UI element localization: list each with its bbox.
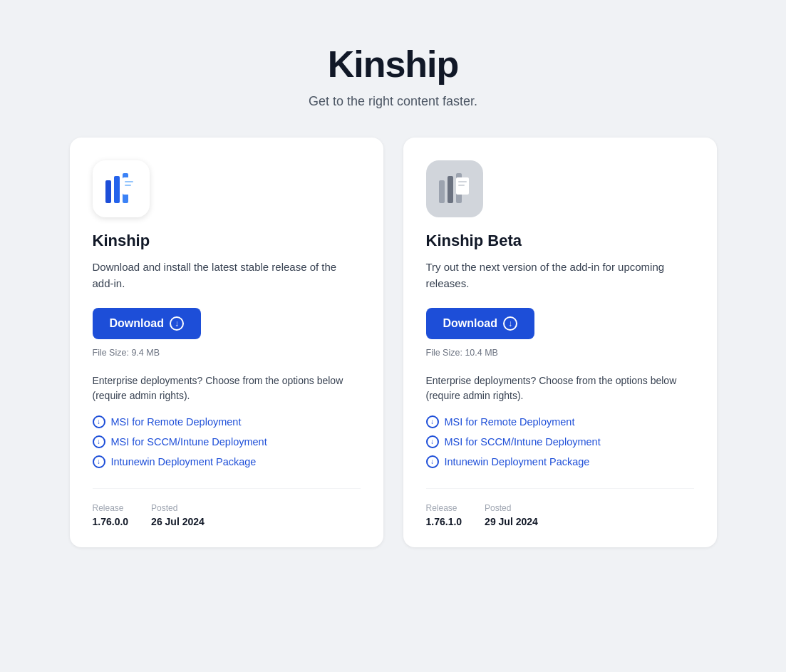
page-subtitle: Get to the right content faster. [309,94,477,109]
kinship-beta-release-label: Release [426,503,462,513]
kinship-beta-card: Kinship Beta Try out the next version of… [403,138,717,547]
svg-rect-7 [448,176,453,203]
svg-rect-6 [439,180,445,203]
page-title: Kinship [309,43,477,86]
kinship-beta-msi-sccm-label: MSI for SCCM/Intune Deployment [445,436,601,448]
kinship-stable-release-value: 1.76.0.0 [93,516,129,527]
circle-down-icon-6: ↓ [426,455,439,468]
kinship-beta-msi-remote-label: MSI for Remote Deployment [445,416,575,428]
kinship-beta-posted-label: Posted [485,503,538,513]
kinship-beta-msi-sccm-link[interactable]: ↓ MSI for SCCM/Intune Deployment [426,435,694,448]
kinship-stable-description: Download and install the latest stable r… [93,259,361,292]
circle-down-icon-5: ↓ [426,435,439,448]
kinship-stable-intunewin-link[interactable]: ↓ Intunewin Deployment Package [93,455,361,468]
svg-rect-10 [458,181,467,182]
kinship-stable-card: Kinship Download and install the latest … [70,138,383,547]
download-circle-icon-beta: ↓ [503,316,517,331]
kinship-stable-download-label: Download [110,317,164,330]
kinship-beta-posted-item: Posted 29 Jul 2024 [485,503,538,527]
kinship-stable-file-size: File Size: 9.4 MB [93,348,361,358]
kinship-stable-title: Kinship [93,232,361,250]
kinship-stable-release-item: Release 1.76.0.0 [93,503,129,527]
kinship-stable-download-button[interactable]: Download ↓ [93,308,201,339]
kinship-beta-release-value: 1.76.1.0 [426,516,462,527]
kinship-stable-footer: Release 1.76.0.0 Posted 26 Jul 2024 [93,488,361,527]
kinship-stable-msi-remote-link[interactable]: ↓ MSI for Remote Deployment [93,415,361,428]
kinship-stable-release-label: Release [93,503,129,513]
page-header: Kinship Get to the right content faster. [309,43,477,109]
kinship-beta-title: Kinship Beta [426,232,694,250]
kinship-beta-intunewin-link[interactable]: ↓ Intunewin Deployment Package [426,455,694,468]
download-circle-icon: ↓ [170,316,184,331]
kinship-beta-app-icon [436,170,473,207]
circle-down-icon-2: ↓ [93,435,105,448]
kinship-stable-msi-sccm-label: MSI for SCCM/Intune Deployment [111,436,267,448]
circle-down-icon-4: ↓ [426,415,439,428]
kinship-beta-msi-remote-link[interactable]: ↓ MSI for Remote Deployment [426,415,694,428]
svg-rect-5 [125,185,131,186]
kinship-beta-download-label: Download [443,317,497,330]
kinship-stable-intunewin-label: Intunewin Deployment Package [111,456,257,467]
kinship-beta-enterprise-text: Enterprise deployments? Choose from the … [426,373,694,404]
kinship-beta-footer: Release 1.76.1.0 Posted 29 Jul 2024 [426,488,694,527]
kinship-stable-posted-label: Posted [151,503,205,513]
circle-down-icon-1: ↓ [93,415,105,428]
kinship-stable-posted-value: 26 Jul 2024 [151,516,205,527]
kinship-beta-intunewin-label: Intunewin Deployment Package [445,456,590,467]
svg-rect-11 [458,185,465,186]
cards-container: Kinship Download and install the latest … [51,138,735,547]
kinship-beta-release-item: Release 1.76.1.0 [426,503,462,527]
svg-rect-0 [105,180,111,203]
kinship-beta-download-button[interactable]: Download ↓ [426,308,534,339]
kinship-stable-msi-remote-label: MSI for Remote Deployment [111,416,242,428]
kinship-beta-deployment-links: ↓ MSI for Remote Deployment ↓ MSI for SC… [426,415,694,468]
circle-down-icon-3: ↓ [93,455,105,468]
kinship-beta-description: Try out the next version of the add-in f… [426,259,694,292]
kinship-stable-enterprise-text: Enterprise deployments? Choose from the … [93,373,361,404]
svg-rect-1 [114,176,120,203]
kinship-stable-posted-item: Posted 26 Jul 2024 [151,503,205,527]
kinship-beta-file-size: File Size: 10.4 MB [426,348,694,358]
kinship-beta-posted-value: 29 Jul 2024 [485,516,538,527]
kinship-app-icon-wrapper [93,160,150,217]
kinship-stable-msi-sccm-link[interactable]: ↓ MSI for SCCM/Intune Deployment [93,435,361,448]
kinship-stable-deployment-links: ↓ MSI for Remote Deployment ↓ MSI for SC… [93,415,361,468]
svg-rect-4 [125,181,133,182]
kinship-beta-app-icon-wrapper [426,160,483,217]
kinship-app-icon [103,170,140,207]
